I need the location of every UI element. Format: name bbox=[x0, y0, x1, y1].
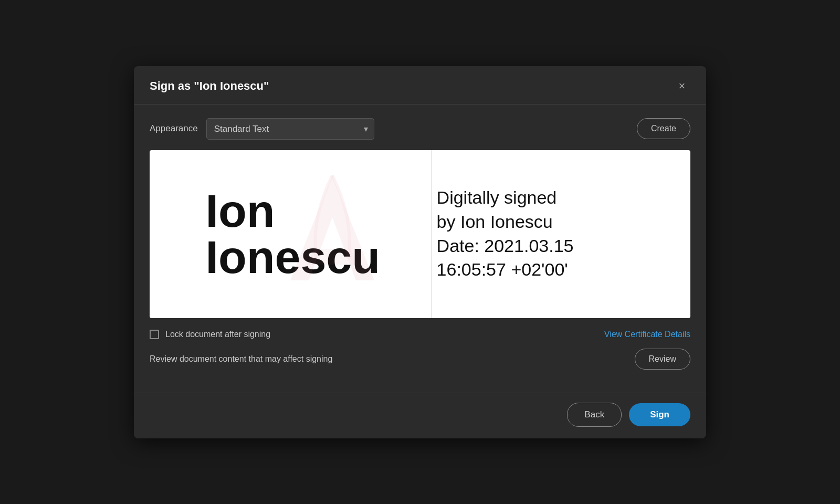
signature-preview: Ion Ionescu bbox=[150, 150, 690, 318]
dialog-footer: Back Sign bbox=[134, 393, 706, 438]
view-certificate-link[interactable]: View Certificate Details bbox=[604, 330, 690, 339]
sign-button[interactable]: Sign bbox=[629, 403, 690, 426]
create-button[interactable]: Create bbox=[637, 118, 690, 139]
sig-info-line1: Digitally signed bbox=[437, 187, 557, 207]
signature-info-text: Digitally signed by Ion Ionescu Date: 20… bbox=[437, 186, 574, 282]
appearance-select-wrapper: Standard Text bbox=[206, 118, 374, 140]
lock-label: Lock document after signing bbox=[165, 330, 270, 339]
back-button[interactable]: Back bbox=[567, 403, 622, 427]
appearance-select[interactable]: Standard Text bbox=[206, 118, 374, 140]
signature-name-block: Ion Ionescu bbox=[150, 150, 431, 318]
dialog-body: Appearance Standard Text Create Ion Ione… bbox=[134, 104, 706, 393]
appearance-left: Appearance Standard Text bbox=[150, 118, 374, 140]
sig-info-line2: by Ion Ionescu bbox=[437, 212, 553, 232]
sig-info-line4: 16:05:57 +02'00' bbox=[437, 259, 568, 279]
signature-name-text: Ion Ionescu bbox=[206, 188, 381, 280]
review-text: Review document content that may affect … bbox=[150, 354, 332, 364]
dialog-header: Sign as "Ion Ionescu" × bbox=[134, 66, 706, 104]
sign-dialog: Sign as "Ion Ionescu" × Appearance Stand… bbox=[134, 66, 706, 438]
signature-info-block: Digitally signed by Ion Ionescu Date: 20… bbox=[431, 150, 690, 318]
overlay: Sign as "Ion Ionescu" × Appearance Stand… bbox=[0, 0, 840, 504]
options-row: Lock document after signing View Certifi… bbox=[150, 330, 690, 339]
close-button[interactable]: × bbox=[674, 78, 690, 94]
sig-info-line3: Date: 2021.03.15 bbox=[437, 236, 574, 256]
sig-name-line1: Ion bbox=[206, 185, 275, 237]
review-button[interactable]: Review bbox=[635, 349, 690, 370]
appearance-row: Appearance Standard Text Create bbox=[150, 118, 690, 140]
lock-row: Lock document after signing bbox=[150, 330, 270, 339]
dialog-title: Sign as "Ion Ionescu" bbox=[150, 79, 269, 93]
review-row: Review document content that may affect … bbox=[150, 349, 690, 370]
appearance-label: Appearance bbox=[150, 123, 198, 134]
lock-checkbox[interactable] bbox=[150, 330, 159, 339]
sig-name-line2: Ionescu bbox=[206, 231, 381, 283]
